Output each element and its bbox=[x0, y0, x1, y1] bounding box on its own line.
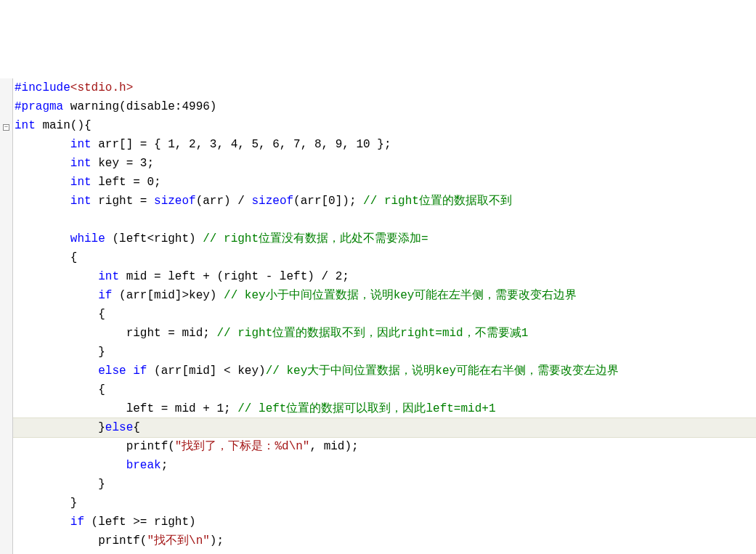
fold-gutter[interactable] bbox=[0, 267, 13, 286]
code-token-identifier: left = mid + 1; bbox=[15, 402, 237, 415]
code-text[interactable]: printf("找不到\n"); bbox=[13, 531, 224, 550]
fold-gutter[interactable] bbox=[0, 550, 13, 554]
code-line[interactable]: } bbox=[0, 343, 756, 362]
code-token-identifier: { bbox=[133, 421, 140, 434]
code-line[interactable]: }else{ bbox=[0, 418, 756, 437]
fold-gutter[interactable] bbox=[0, 494, 13, 513]
code-line[interactable]: { bbox=[0, 305, 756, 324]
fold-gutter[interactable] bbox=[0, 324, 13, 343]
code-text[interactable]: int key = 3; bbox=[13, 154, 154, 173]
fold-gutter[interactable] bbox=[0, 418, 13, 437]
code-line[interactable]: while (left<right) // right位置没有数据，此处不需要添… bbox=[0, 229, 756, 248]
code-text[interactable]: break; bbox=[13, 456, 168, 475]
code-text[interactable] bbox=[13, 211, 22, 229]
code-editor[interactable]: #include<stdio.h> #pragma warning(disabl… bbox=[0, 78, 756, 554]
code-line[interactable]: { bbox=[0, 380, 756, 399]
fold-gutter[interactable] bbox=[0, 248, 13, 267]
code-text[interactable]: while (left<right) // right位置没有数据，此处不需要添… bbox=[13, 229, 428, 248]
code-text[interactable]: #pragma warning(disable:4996) bbox=[13, 97, 216, 116]
code-line[interactable]: else if (arr[mid] < key)// key大于中间位置数据，说… bbox=[0, 362, 756, 380]
code-token-comment: // left位置的数据可以取到，因此left=mid+1 bbox=[237, 402, 495, 415]
fold-gutter[interactable] bbox=[0, 192, 13, 211]
code-line[interactable]: { bbox=[0, 248, 756, 267]
code-token-identifier: (arr) / bbox=[196, 195, 252, 208]
fold-gutter[interactable] bbox=[0, 229, 13, 248]
code-token-keyword: if bbox=[98, 289, 112, 302]
code-line[interactable]: system("pause"); bbox=[0, 550, 756, 554]
code-token-typekw: int bbox=[70, 157, 92, 170]
code-text[interactable]: int main(){ bbox=[13, 116, 92, 135]
fold-gutter[interactable] bbox=[0, 78, 13, 97]
code-token-keyword: break bbox=[126, 459, 161, 472]
fold-gutter[interactable] bbox=[0, 456, 13, 475]
code-token-comment: // right位置的数据取不到，因此right=mid，不需要减1 bbox=[216, 327, 528, 340]
code-text[interactable]: { bbox=[13, 305, 105, 324]
code-token-typekw: int bbox=[98, 270, 119, 283]
code-line[interactable]: −int main(){ bbox=[0, 116, 756, 135]
code-text[interactable]: printf("找到了，下标是：%d\n", mid); bbox=[13, 437, 359, 456]
code-token-identifier: , mid); bbox=[309, 440, 358, 453]
code-line[interactable]: right = mid; // right位置的数据取不到，因此right=mi… bbox=[0, 324, 756, 343]
code-text[interactable]: int mid = left + (right - left) / 2; bbox=[13, 267, 349, 286]
fold-gutter[interactable] bbox=[0, 154, 13, 173]
code-line[interactable]: break; bbox=[0, 456, 756, 475]
code-text[interactable]: } bbox=[13, 494, 77, 513]
fold-gutter[interactable] bbox=[0, 211, 13, 229]
code-text[interactable]: right = mid; // right位置的数据取不到，因此right=mi… bbox=[13, 324, 528, 343]
fold-gutter[interactable] bbox=[0, 97, 13, 116]
fold-gutter[interactable] bbox=[0, 305, 13, 324]
code-line[interactable]: printf("找到了，下标是：%d\n", mid); bbox=[0, 437, 756, 456]
code-text[interactable]: } bbox=[13, 343, 105, 362]
fold-gutter[interactable] bbox=[0, 380, 13, 399]
code-line[interactable]: if (left >= right) bbox=[0, 513, 756, 531]
fold-gutter[interactable] bbox=[0, 286, 13, 305]
code-text[interactable]: system("pause"); bbox=[13, 550, 154, 554]
code-line[interactable] bbox=[0, 211, 756, 229]
code-text[interactable]: else if (arr[mid] < key)// key大于中间位置数据，说… bbox=[13, 362, 619, 380]
code-token-identifier: (arr[mid] < key) bbox=[147, 364, 265, 378]
code-text[interactable]: int left = 0; bbox=[13, 173, 161, 192]
code-text[interactable]: if (left >= right) bbox=[13, 513, 196, 531]
code-token-identifier: warning(disable:4996) bbox=[63, 100, 216, 113]
fold-gutter[interactable] bbox=[0, 135, 13, 154]
code-text[interactable]: int arr[] = { 1, 2, 3, 4, 5, 6, 7, 8, 9,… bbox=[13, 135, 391, 154]
fold-gutter[interactable]: − bbox=[0, 116, 13, 135]
code-line[interactable]: printf("找不到\n"); bbox=[0, 531, 756, 550]
code-token-identifier bbox=[15, 270, 98, 283]
code-token-identifier: key = 3; bbox=[92, 157, 154, 170]
code-text[interactable]: #include<stdio.h> bbox=[13, 78, 133, 97]
code-token-comment: // right位置的数据取不到 bbox=[363, 195, 512, 208]
code-token-identifier bbox=[15, 516, 70, 529]
code-token-string: "找到了，下标是：%d\n" bbox=[175, 440, 310, 453]
code-line[interactable]: #include<stdio.h> bbox=[0, 78, 756, 97]
fold-gutter[interactable] bbox=[0, 362, 13, 380]
code-line[interactable]: int left = 0; bbox=[0, 173, 756, 192]
fold-gutter[interactable] bbox=[0, 513, 13, 531]
code-token-identifier bbox=[126, 364, 134, 378]
fold-gutter[interactable] bbox=[0, 399, 13, 418]
fold-gutter[interactable] bbox=[0, 343, 13, 362]
fold-gutter[interactable] bbox=[0, 437, 13, 456]
code-text[interactable]: left = mid + 1; // left位置的数据可以取到，因此left=… bbox=[13, 399, 495, 418]
code-line[interactable]: int arr[] = { 1, 2, 3, 4, 5, 6, 7, 8, 9,… bbox=[0, 135, 756, 154]
code-token-identifier: (arr[mid]>key) bbox=[112, 289, 224, 302]
code-line[interactable]: if (arr[mid]>key) // key小于中间位置数据，说明key可能… bbox=[0, 286, 756, 305]
fold-collapse-icon[interactable]: − bbox=[3, 124, 9, 131]
code-text[interactable]: { bbox=[13, 380, 105, 399]
fold-gutter[interactable] bbox=[0, 173, 13, 192]
fold-gutter[interactable] bbox=[0, 531, 13, 550]
code-text[interactable]: } bbox=[13, 475, 105, 494]
code-line[interactable]: int right = sizeof(arr) / sizeof(arr[0])… bbox=[0, 192, 756, 211]
code-token-identifier: ; bbox=[161, 459, 168, 472]
fold-gutter[interactable] bbox=[0, 475, 13, 494]
code-text[interactable]: int right = sizeof(arr) / sizeof(arr[0])… bbox=[13, 192, 512, 211]
code-line[interactable]: } bbox=[0, 475, 756, 494]
code-line[interactable]: int key = 3; bbox=[0, 154, 756, 173]
code-text[interactable]: }else{ bbox=[13, 418, 140, 437]
code-line[interactable]: #pragma warning(disable:4996) bbox=[0, 97, 756, 116]
code-text[interactable]: if (arr[mid]>key) // key小于中间位置数据，说明key可能… bbox=[13, 286, 577, 305]
code-line[interactable]: } bbox=[0, 494, 756, 513]
code-text[interactable]: { bbox=[13, 248, 77, 267]
code-line[interactable]: left = mid + 1; // left位置的数据可以取到，因此left=… bbox=[0, 399, 756, 418]
code-line[interactable]: int mid = left + (right - left) / 2; bbox=[0, 267, 756, 286]
